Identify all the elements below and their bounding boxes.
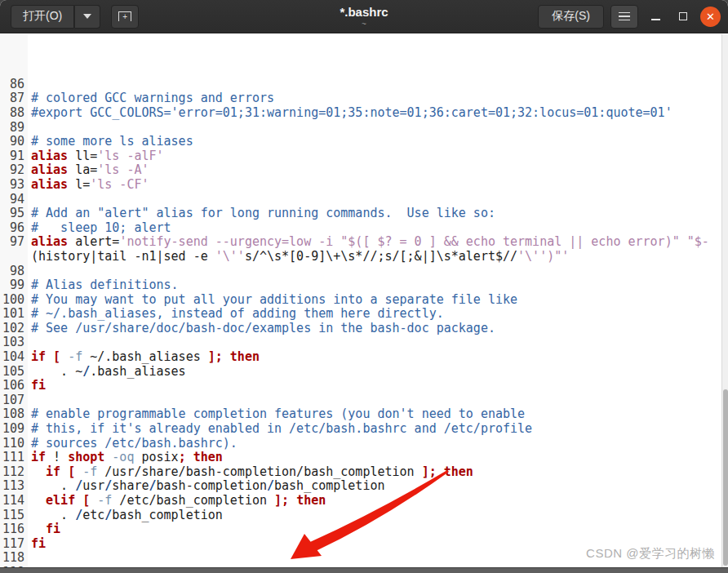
code-text: # sleep 10; alert <box>24 221 171 236</box>
code-rows: 8687# colored GCC warnings and errors88#… <box>0 78 721 567</box>
code-line[interactable]: 91alias ll='ls -alF' <box>0 149 721 164</box>
code-text: # enable programmable completion feature… <box>24 407 525 422</box>
code-line[interactable]: 92alias la='ls -A' <box>0 163 721 178</box>
code-line[interactable]: 112 if [ -f /usr/share/bash-completion/b… <box>0 465 721 480</box>
line-number: 104 <box>0 350 24 365</box>
code-line[interactable]: 96# sleep 10; alert <box>0 221 721 236</box>
line-number: 109 <box>0 422 24 437</box>
line-number: 89 <box>0 121 24 135</box>
code-line[interactable]: 86 <box>0 78 721 92</box>
code-line[interactable]: 95# Add an "alert" alias for long runnin… <box>0 207 721 221</box>
line-number: 115 <box>0 509 24 523</box>
code-line[interactable]: 102# See /usr/share/doc/bash-doc/example… <box>0 322 721 336</box>
code-line[interactable]: 99# Alias definitions. <box>0 278 721 293</box>
code-line[interactable]: 110# sources /etc/bash.bashrc). <box>0 437 721 451</box>
code-text <box>24 78 31 92</box>
code-line[interactable]: (history|tail -n1|sed -e '\''s/^\s*[0-9]… <box>0 250 721 264</box>
window-subtitle: ~ <box>362 20 366 29</box>
code-text <box>24 264 31 279</box>
line-number: 90 <box>0 135 24 149</box>
open-button[interactable]: 打开(O) <box>11 5 74 29</box>
code-text: if [ -f /usr/share/bash-completion/bash_… <box>24 465 473 480</box>
code-text: alias alert='notify-send --urgency=low -… <box>24 235 709 250</box>
line-number: 106 <box>0 379 24 393</box>
close-button[interactable]: ✕ <box>700 7 721 27</box>
code-text: # some more ls aliases <box>24 135 193 149</box>
code-line[interactable]: 108# enable programmable completion feat… <box>0 407 721 422</box>
hamburger-menu-icon <box>619 12 630 21</box>
code-line[interactable]: 105 . ~/.bash_aliases <box>0 365 721 380</box>
new-document-button[interactable]: + <box>111 5 139 29</box>
code-text: # sources /etc/bash.bashrc). <box>24 437 237 451</box>
vertical-scrollbar[interactable] <box>721 34 728 567</box>
code-text: . /usr/share/bash-completion/bash_comple… <box>24 479 385 494</box>
line-number: 95 <box>0 207 24 221</box>
close-icon: ✕ <box>706 11 715 23</box>
code-line[interactable]: 113 . /usr/share/bash-completion/bash_co… <box>0 479 721 494</box>
code-text <box>24 335 31 350</box>
save-button[interactable]: 保存(S) <box>538 5 604 29</box>
maximize-button[interactable] <box>673 6 694 27</box>
line-number: 114 <box>0 494 24 509</box>
line-number: 105 <box>0 365 24 380</box>
code-line[interactable]: 90# some more ls aliases <box>0 135 721 149</box>
line-number: 103 <box>0 335 24 350</box>
code-text: fi <box>24 537 46 552</box>
code-text: alias ll='ls -alF' <box>24 149 164 164</box>
line-number: 97 <box>0 235 24 250</box>
code-text <box>24 393 31 408</box>
minimize-button[interactable] <box>645 6 666 27</box>
code-text: (history|tail -n1|sed -e '\''s/^\s*[0-9]… <box>24 250 569 264</box>
code-line[interactable]: 89 <box>0 121 721 135</box>
code-line[interactable]: 114 elif [ -f /etc/bash_completion ]; th… <box>0 494 721 509</box>
line-number: 94 <box>0 193 24 207</box>
open-dropdown-button[interactable] <box>74 5 100 29</box>
code-text: # this, if it's already enabled in /etc/… <box>24 422 532 437</box>
code-text: #export GCC_COLORS='error=01;31:warning=… <box>24 106 673 121</box>
code-line[interactable]: 107 <box>0 393 721 408</box>
text-editor-area[interactable]: 8687# colored GCC warnings and errors88#… <box>0 34 721 567</box>
code-text: # ~/.bash_aliases, instead of adding the… <box>24 307 444 322</box>
code-line[interactable]: 93alias l='ls -CF' <box>0 178 721 193</box>
minimize-icon <box>651 19 660 20</box>
code-text: . /etc/bash_completion <box>24 509 223 523</box>
code-line[interactable]: 115 . /etc/bash_completion <box>0 509 721 523</box>
code-line[interactable]: 87# colored GCC warnings and errors <box>0 91 721 106</box>
line-number: 98 <box>0 264 24 279</box>
code-line[interactable]: 106fi <box>0 379 721 393</box>
code-line[interactable]: 118 <box>0 551 721 566</box>
code-line[interactable]: 101# ~/.bash_aliases, instead of adding … <box>0 307 721 322</box>
code-line[interactable]: 88#export GCC_COLORS='error=01;31:warnin… <box>0 106 721 121</box>
code-text: # Add an "alert" alias for long running … <box>24 207 495 221</box>
chevron-down-icon <box>83 14 91 19</box>
code-text <box>24 193 31 207</box>
line-number: 118 <box>0 551 24 566</box>
code-line[interactable]: 109# this, if it's already enabled in /e… <box>0 422 721 437</box>
code-text: if ! shopt -oq posix; then <box>24 451 223 465</box>
bottom-bar <box>0 567 728 573</box>
gedit-window: 打开(O) + *.bashrc ~ 保存(S) ✕ <box>0 0 728 573</box>
window-title: *.bashrc <box>340 5 388 19</box>
line-number: 91 <box>0 149 24 164</box>
code-line[interactable]: 104if [ -f ~/.bash_aliases ]; then <box>0 350 721 365</box>
code-text: # See /usr/share/doc/bash-doc/examples i… <box>24 322 495 336</box>
line-number: 108 <box>0 407 24 422</box>
code-line[interactable]: 116 fi <box>0 522 721 537</box>
code-line[interactable]: 117fi <box>0 537 721 552</box>
line-number: 88 <box>0 106 24 121</box>
code-line[interactable]: 111if ! shopt -oq posix; then <box>0 451 721 465</box>
code-line[interactable]: 103 <box>0 335 721 350</box>
code-line[interactable]: 100# You may want to put all your additi… <box>0 293 721 308</box>
line-number: 93 <box>0 178 24 193</box>
menu-button[interactable] <box>610 5 638 29</box>
code-line[interactable]: 94 <box>0 193 721 207</box>
code-text: alias la='ls -A' <box>24 163 149 178</box>
code-line[interactable]: 97alias alert='notify-send --urgency=low… <box>0 235 721 250</box>
line-number: 110 <box>0 437 24 451</box>
line-number: 107 <box>0 393 24 408</box>
line-number: 102 <box>0 322 24 336</box>
vertical-scrollbar-thumb[interactable] <box>723 389 728 566</box>
code-line[interactable]: 98 <box>0 264 721 279</box>
line-number: 87 <box>0 91 24 106</box>
code-text <box>24 551 31 566</box>
